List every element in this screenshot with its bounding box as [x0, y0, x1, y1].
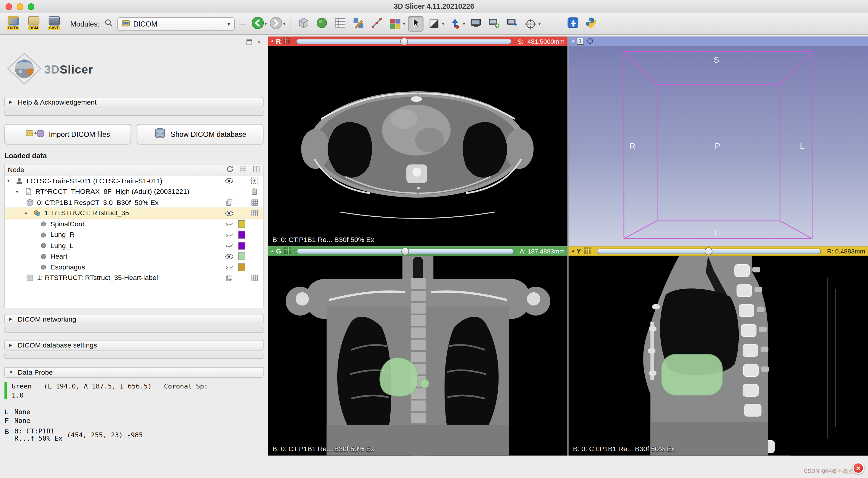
- section-help-acknowledgement[interactable]: ▶ Help & Acknowledgement: [4, 97, 264, 107]
- tree-row-study[interactable]: ▾ RT^RCCT_THORAX_8F_High (Adult) (200312…: [5, 186, 263, 197]
- chevron-down-icon[interactable]: ▾: [264, 21, 267, 27]
- grid-icon[interactable]: [248, 274, 261, 282]
- slice-offset-slider[interactable]: [297, 248, 514, 254]
- chevron-down-icon[interactable]: ▾: [442, 21, 444, 27]
- slice-stack-icon[interactable]: [222, 274, 235, 282]
- tree-header-node-column[interactable]: Node: [8, 166, 227, 173]
- segment-color-swatch[interactable]: [238, 220, 245, 228]
- pin-icon[interactable]: ◂: [571, 39, 574, 44]
- crosshair-button[interactable]: ▾: [523, 16, 541, 31]
- expander-icon[interactable]: ▾: [16, 189, 23, 194]
- visibility-eye-icon[interactable]: [222, 209, 235, 218]
- tree-row-patient[interactable]: ▾ LCTSC-Train-S1-011 (LCTSC-Train-S1-011…: [5, 176, 263, 186]
- pin-icon[interactable]: ◂: [271, 39, 273, 44]
- load-dicom-button[interactable]: DCM: [25, 15, 43, 33]
- volumes-module-button[interactable]: [296, 16, 311, 31]
- layout-selector-button[interactable]: ▾: [387, 16, 405, 31]
- section-data-probe[interactable]: ▼ Data Probe: [4, 367, 264, 378]
- pin-icon[interactable]: ◂: [571, 249, 574, 254]
- threed-viewport[interactable]: S R P L I: [568, 46, 868, 246]
- chevron-down-icon[interactable]: ▾: [538, 21, 541, 27]
- red-slice-viewport[interactable]: B: 0: CT:P1B1 Re... B30f 50% Ex: [268, 46, 567, 246]
- module-back-button[interactable]: ▾: [251, 16, 267, 31]
- tree-row-spinalcord[interactable]: SpinalCord: [5, 219, 263, 230]
- main-toolbar: DATA DCM SAVE Modules: DICOM ▾ — ▾ ▾: [0, 13, 868, 35]
- slider-knob[interactable]: [705, 247, 713, 255]
- study-document-icon: [23, 188, 33, 196]
- slice-menu-icon[interactable]: [284, 36, 290, 46]
- yellow-slice-viewport[interactable]: B: 0: CT:P1B1 Re... B30f 50% Ex: [568, 256, 868, 456]
- show-dicom-database-button[interactable]: Show DICOM database: [137, 124, 264, 145]
- chevron-down-icon[interactable]: ▾: [403, 21, 405, 27]
- visibility-column-icon[interactable]: [239, 165, 247, 174]
- markups-module-button[interactable]: [369, 16, 384, 31]
- tree-row-volume[interactable]: 0: CT:P1B1 RespCT 3.0 B30f 50% Ex: [5, 197, 263, 208]
- window-title: 3D Slicer 4.11.20210226: [0, 2, 868, 10]
- segment-color-swatch[interactable]: [238, 263, 245, 271]
- column-options-icon[interactable]: [253, 165, 260, 174]
- chevron-right-icon: ▶: [9, 100, 14, 105]
- tree-row-heart[interactable]: Heart: [5, 251, 263, 262]
- threed-view-label: 1: [577, 38, 584, 45]
- models-module-button[interactable]: [314, 16, 330, 31]
- segment-color-swatch[interactable]: [238, 253, 245, 260]
- slice-offset-slider[interactable]: [296, 39, 512, 44]
- save-button[interactable]: SAVE: [45, 15, 63, 33]
- visibility-eye-closed-icon[interactable]: [222, 220, 235, 228]
- visibility-eye-icon[interactable]: [222, 176, 235, 185]
- place-markups-button[interactable]: ▾: [447, 16, 465, 31]
- chevron-down-icon[interactable]: ▾: [283, 21, 285, 27]
- module-search-button[interactable]: [102, 18, 114, 30]
- green-slice-viewport[interactable]: B: 0: CT:P1B1 Re... B30f 50% Ex: [268, 256, 567, 456]
- close-overlay-button[interactable]: ×: [852, 462, 864, 474]
- slice-menu-icon[interactable]: [284, 246, 290, 256]
- slice-offset-slider[interactable]: [596, 248, 821, 254]
- tree-row-heart-labelmap[interactable]: 1: RTSTRUCT: RTstruct_35-Heart-label: [5, 273, 263, 284]
- tree-row-lung-r[interactable]: Lung_R: [5, 229, 263, 240]
- titlebar: 3D Slicer 4.11.20210226: [0, 0, 868, 13]
- close-panel-icon[interactable]: ×: [256, 39, 262, 45]
- segment-editor-module-button[interactable]: [351, 16, 366, 31]
- scene-view-restore-button[interactable]: [504, 16, 520, 31]
- slice-stack-icon[interactable]: [222, 198, 235, 207]
- sagittal-ct-image: [568, 256, 868, 456]
- chevron-down-icon[interactable]: ▾: [463, 21, 465, 27]
- import-dicom-button[interactable]: DICOM Import DICOM files: [4, 124, 131, 145]
- tree-row-esophagus[interactable]: Esophagus: [5, 262, 263, 273]
- slider-knob[interactable]: [400, 37, 408, 45]
- window-level-adjust-button[interactable]: ▾: [427, 16, 444, 31]
- module-selector[interactable]: DICOM ▾: [117, 17, 235, 31]
- transform-icon[interactable]: [248, 176, 261, 185]
- tree-row-lung-l[interactable]: Lung_L: [5, 240, 263, 251]
- slider-knob[interactable]: [401, 247, 409, 255]
- segment-color-swatch[interactable]: [238, 231, 245, 239]
- segment-color-swatch[interactable]: [238, 242, 245, 250]
- visibility-eye-icon[interactable]: [222, 252, 235, 261]
- grid-icon[interactable]: [248, 209, 261, 218]
- import-dicom-icon: DICOM: [26, 128, 44, 140]
- python-console-button[interactable]: [584, 16, 599, 31]
- section-dicom-networking[interactable]: ▶ DICOM networking: [4, 314, 264, 324]
- expander-icon[interactable]: ▾: [25, 211, 32, 216]
- tree-row-rtstruct[interactable]: ▾ 1: RTSTRUCT: RTstruct_35: [5, 208, 263, 219]
- screenshot-button[interactable]: [468, 16, 484, 31]
- extensions-manager-button[interactable]: [565, 16, 581, 31]
- visibility-eye-closed-icon[interactable]: [222, 230, 235, 239]
- toolbar-handle-icon: —: [237, 20, 248, 28]
- slice-menu-icon[interactable]: [584, 246, 590, 256]
- expander-icon[interactable]: ▾: [7, 179, 14, 184]
- tables-module-button[interactable]: [333, 16, 348, 31]
- grid-icon[interactable]: [248, 198, 261, 207]
- undock-panel-icon[interactable]: [246, 39, 253, 45]
- mouse-interaction-button[interactable]: [408, 16, 424, 31]
- module-forward-button[interactable]: ▾: [270, 16, 285, 31]
- visibility-eye-closed-icon[interactable]: [222, 263, 235, 272]
- clipboard-icon[interactable]: [248, 187, 261, 196]
- scene-view-capture-button[interactable]: [486, 16, 501, 31]
- pin-icon[interactable]: ◂: [271, 249, 273, 254]
- load-data-button[interactable]: DATA: [4, 15, 22, 33]
- refresh-icon[interactable]: [226, 165, 234, 174]
- section-dicom-database-settings[interactable]: ▶ DICOM database settings: [4, 340, 264, 351]
- visibility-eye-closed-icon[interactable]: [222, 241, 235, 250]
- view-options-icon[interactable]: [587, 36, 593, 46]
